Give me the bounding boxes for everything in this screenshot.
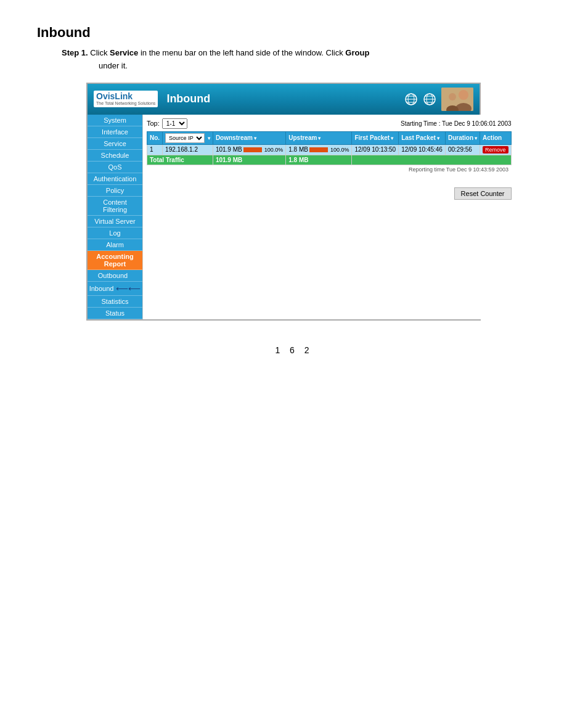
cell-duration: 00:29:56 [445, 144, 480, 155]
sidebar-item-policy[interactable]: Policy [88, 185, 142, 197]
inbound-arrow-icons: ⟵⟵ [116, 284, 141, 293]
col-action: Action [480, 131, 512, 144]
top-select[interactable]: 1-1 [162, 118, 187, 129]
sidebar-item-qos[interactable]: QoS [88, 162, 142, 173]
source-ip-sort-arrow: ▾ [208, 136, 210, 141]
cell-last-packet: 12/09 10:45:46 [399, 144, 446, 155]
starting-time: Starting Time : Tue Dec 9 10:06:01 2003 [401, 120, 512, 127]
total-empty [352, 155, 511, 165]
step-label: Step 1. [62, 48, 88, 57]
table-header-row: No. Source IP ▾ Downstream▾ Upstream▾ Fi… [147, 131, 512, 144]
step-text-middle: in the menu bar on the left hand side of… [141, 48, 345, 57]
downstream-sort-arrow: ▾ [254, 136, 256, 141]
app-body: System Interface Service Schedule QoS Au… [88, 115, 480, 319]
sidebar-item-system[interactable]: System [88, 115, 142, 126]
last-packet-sort-arrow: ▾ [437, 136, 439, 141]
cell-action[interactable]: Remove [480, 144, 512, 155]
app-window: OvisLink The Total Networking Solutions … [86, 83, 481, 321]
reset-counter-button[interactable]: Reset Counter [454, 187, 512, 200]
downstream-value: 101.9 MB [216, 146, 242, 153]
upstream-value: 1.8 MB [288, 146, 308, 153]
table-row: 1 192.168.1.2 101.9 MB 100.0% 1.8 MB [147, 144, 512, 155]
total-upstream: 1.8 MB [286, 155, 352, 165]
total-downstream: 101.9 MB [213, 155, 285, 165]
sidebar-item-status[interactable]: Status [88, 308, 142, 319]
cell-no: 1 [147, 144, 163, 155]
cell-downstream: 101.9 MB 100.0% [213, 144, 285, 155]
source-ip-select[interactable]: Source IP [165, 133, 205, 143]
col-last-packet[interactable]: Last Packet▾ [399, 131, 446, 144]
logo-area: OvisLink The Total Networking Solutions … [94, 91, 210, 107]
sidebar-item-log[interactable]: Log [88, 227, 142, 239]
col-upstream[interactable]: Upstream▾ [286, 131, 352, 144]
step-text-before: Click [90, 48, 110, 57]
col-first-packet[interactable]: First Packet▾ [352, 131, 399, 144]
cell-source-ip: 192.168.1.2 [163, 144, 213, 155]
logo-box: OvisLink The Total Networking Solutions [94, 91, 158, 107]
globe-icon-1[interactable] [404, 92, 418, 106]
logo-brand: OvisLink [96, 92, 155, 101]
remove-button[interactable]: Remove [483, 146, 508, 153]
top-label: Top: [147, 120, 160, 127]
total-row: Total Traffic 101.9 MB 1.8 MB [147, 155, 512, 165]
sidebar-item-authentication[interactable]: Authentication [88, 173, 142, 185]
sidebar-item-outbound[interactable]: Outbound [88, 270, 142, 282]
sidebar-item-schedule[interactable]: Schedule [88, 150, 142, 162]
first-packet-sort-arrow: ▾ [391, 136, 393, 141]
col-source-ip[interactable]: Source IP ▾ [163, 131, 213, 144]
data-table: No. Source IP ▾ Downstream▾ Upstream▾ Fi… [147, 131, 512, 174]
col-duration[interactable]: Duration▾ [445, 131, 480, 144]
top-select-area: Top: 1-1 [147, 118, 187, 129]
globe-icon-2[interactable] [423, 92, 436, 106]
step-group-bold: Group [345, 48, 369, 57]
header-title: Inbound [166, 92, 210, 105]
page-title: Inbound [37, 25, 551, 41]
person-image [441, 88, 473, 111]
sidebar-item-alarm[interactable]: Alarm [88, 239, 142, 251]
step-text-after: under it. [99, 61, 128, 70]
reporting-row: Reporting time Tue Dec 9 10:43:59 2003 [147, 165, 512, 174]
sidebar-item-virtual-server[interactable]: Virtual Server [88, 216, 142, 227]
total-label: Total Traffic [147, 155, 213, 165]
sidebar-item-inbound[interactable]: Inbound ⟵⟵ [88, 282, 142, 296]
main-panel: Top: 1-1 Starting Time : Tue Dec 9 10:06… [143, 115, 515, 319]
sidebar-item-accounting-report[interactable]: Accounting Report [88, 251, 142, 270]
cell-upstream: 1.8 MB 100.0% [286, 144, 352, 155]
step-instruction: Step 1. Click Service in the menu bar on… [62, 47, 551, 73]
upstream-sort-arrow: ▾ [318, 136, 321, 141]
header-icons [404, 88, 473, 111]
col-no: No. [147, 131, 163, 144]
upstream-pct: 100.0% [330, 147, 349, 153]
cell-first-packet: 12/09 10:13:50 [352, 144, 399, 155]
col-downstream[interactable]: Downstream▾ [213, 131, 285, 144]
sidebar-item-content-filtering[interactable]: Content Filtering [88, 197, 142, 216]
downstream-bar [243, 147, 262, 152]
reporting-time: Reporting time Tue Dec 9 10:43:59 2003 [147, 165, 512, 174]
page-number: 1 6 2 [37, 345, 551, 355]
app-header: OvisLink The Total Networking Solutions … [88, 84, 480, 115]
sidebar-item-service[interactable]: Service [88, 138, 142, 150]
svg-point-13 [449, 93, 456, 100]
sidebar: System Interface Service Schedule QoS Au… [88, 115, 143, 319]
duration-sort-arrow: ▾ [475, 136, 477, 141]
top-row: Top: 1-1 Starting Time : Tue Dec 9 10:06… [147, 118, 512, 129]
downstream-pct: 100.0% [264, 147, 284, 153]
step-service-bold: Service [110, 48, 138, 57]
logo-sub: The Total Networking Solutions [96, 101, 155, 106]
svg-point-11 [459, 90, 468, 100]
sidebar-item-interface[interactable]: Interface [88, 126, 142, 138]
upstream-bar [309, 147, 328, 152]
sidebar-item-statistics[interactable]: Statistics [88, 296, 142, 308]
